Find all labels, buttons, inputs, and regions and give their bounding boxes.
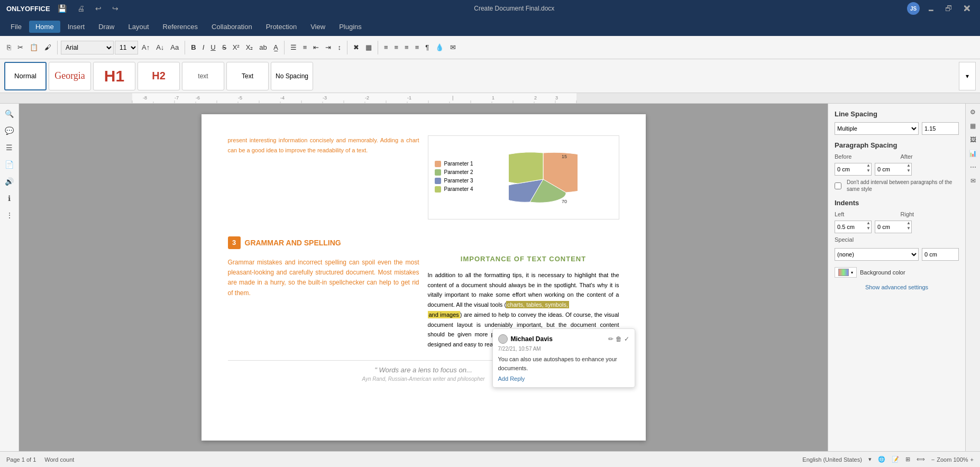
align-center-button[interactable]: ≡ bbox=[391, 42, 401, 53]
menu-references[interactable]: References bbox=[157, 21, 204, 33]
right-settings-btn[interactable]: ⚙ bbox=[967, 106, 979, 118]
highlight-color-button[interactable]: ab bbox=[257, 42, 269, 53]
special-select[interactable]: (none) bbox=[835, 248, 919, 261]
right-image-btn[interactable]: 🖼 bbox=[967, 133, 979, 146]
copy-button[interactable]: ⎘ bbox=[4, 42, 14, 53]
align-left-button[interactable]: ≡ bbox=[381, 42, 391, 53]
right-table-btn[interactable]: ▦ bbox=[967, 120, 979, 132]
style-preset-h1[interactable]: H1 bbox=[93, 62, 135, 90]
style-preset-h2[interactable]: H2 bbox=[138, 62, 180, 90]
panel-info-btn[interactable]: ℹ bbox=[2, 190, 17, 206]
style-preset-normal[interactable]: Normal bbox=[4, 62, 47, 90]
bullets-button[interactable]: ☰ bbox=[288, 42, 299, 53]
panel-comment-btn[interactable]: 💬 bbox=[2, 123, 17, 139]
panel-more-btn[interactable]: ⋮ bbox=[2, 207, 17, 223]
left-down-arrow[interactable]: ▼ bbox=[865, 226, 872, 231]
italic-button[interactable]: I bbox=[200, 42, 207, 53]
font-size-decrease[interactable]: A↓ bbox=[153, 42, 167, 53]
menu-home[interactable]: Home bbox=[29, 21, 60, 33]
special-offset-input[interactable] bbox=[922, 248, 959, 261]
case-button[interactable]: Aa bbox=[168, 42, 181, 53]
menu-draw[interactable]: Draw bbox=[92, 21, 121, 33]
redo-button[interactable]: ↪ bbox=[109, 3, 122, 14]
before-up-arrow[interactable]: ▲ bbox=[865, 163, 872, 168]
panel-headings-btn[interactable]: ☰ bbox=[2, 140, 17, 155]
language-dropdown[interactable]: ▾ bbox=[868, 456, 872, 463]
right-mail-btn[interactable]: ✉ bbox=[967, 175, 979, 187]
restore-button[interactable]: 🗗 bbox=[942, 3, 956, 14]
shading-button[interactable]: ▦ bbox=[363, 42, 374, 53]
save-button[interactable]: 💾 bbox=[54, 3, 70, 14]
comment-edit-button[interactable]: ✏ bbox=[608, 335, 613, 343]
document[interactable]: present interesting information concisel… bbox=[202, 114, 646, 441]
print-button[interactable]: 🖨 bbox=[74, 3, 88, 14]
underline-button[interactable]: U bbox=[208, 42, 218, 53]
paste-button[interactable]: 📋 bbox=[27, 42, 41, 53]
menu-insert[interactable]: Insert bbox=[61, 21, 91, 33]
mail-merge-button[interactable]: ✉ bbox=[447, 42, 459, 53]
font-size-increase[interactable]: A↑ bbox=[139, 42, 152, 53]
styles-dropdown[interactable]: ▾ bbox=[959, 62, 976, 90]
close-button[interactable]: 🗙 bbox=[960, 3, 974, 14]
menu-file[interactable]: File bbox=[4, 21, 28, 33]
panel-pages-btn[interactable]: 📄 bbox=[2, 157, 17, 172]
minimize-button[interactable]: 🗕 bbox=[924, 3, 938, 14]
align-right-button[interactable]: ≡ bbox=[402, 42, 411, 53]
zoom-in-btn[interactable]: + bbox=[970, 456, 974, 463]
style-preset-text-normal[interactable]: Text bbox=[226, 62, 269, 90]
cut-button[interactable]: ✂ bbox=[15, 42, 26, 53]
font-size-select[interactable]: 11 bbox=[115, 41, 138, 54]
comment-delete-button[interactable]: 🗑 bbox=[616, 335, 622, 343]
panel-sound-btn[interactable]: 🔊 bbox=[2, 173, 17, 189]
language-selector[interactable]: English (United States) bbox=[802, 456, 862, 463]
numbering-button[interactable]: ≡ bbox=[300, 42, 310, 53]
format-paint-button[interactable]: 🖌 bbox=[42, 42, 54, 53]
menu-protection[interactable]: Protection bbox=[260, 21, 304, 33]
line-spacing-value-input[interactable] bbox=[922, 122, 959, 135]
comment-resolve-button[interactable]: ✓ bbox=[624, 335, 629, 343]
after-up-arrow[interactable]: ▲ bbox=[905, 163, 912, 168]
left-up-arrow[interactable]: ▲ bbox=[865, 221, 872, 226]
superscript-button[interactable]: X² bbox=[230, 42, 242, 53]
style-preset-text-sm[interactable]: text bbox=[182, 62, 224, 90]
before-down-arrow[interactable]: ▼ bbox=[865, 168, 872, 173]
panel-search-btn[interactable]: 🔍 bbox=[2, 106, 17, 122]
strikethrough-button[interactable]: S̶ bbox=[219, 42, 229, 53]
subscript-button[interactable]: X₂ bbox=[243, 42, 256, 53]
menu-view[interactable]: View bbox=[304, 21, 332, 33]
undo-button[interactable]: ↩ bbox=[92, 3, 105, 14]
menu-collaboration[interactable]: Collaboration bbox=[205, 21, 259, 33]
dont-add-interval-checkbox[interactable] bbox=[835, 182, 841, 189]
bg-color-button[interactable]: ▾ bbox=[835, 267, 857, 278]
font-family-select[interactable]: Arial bbox=[61, 41, 114, 54]
fit-width-btn[interactable]: ⟺ bbox=[917, 456, 925, 463]
fill-color-button[interactable]: 💧 bbox=[433, 42, 446, 53]
spellcheck-icon[interactable]: 📝 bbox=[892, 456, 899, 463]
show-advanced-settings[interactable]: Show advanced settings bbox=[835, 284, 959, 290]
line-spacing-button[interactable]: ↕ bbox=[335, 42, 344, 53]
fit-page-btn[interactable]: ⊞ bbox=[905, 456, 910, 463]
align-justify-button[interactable]: ≡ bbox=[413, 42, 422, 53]
menu-plugins[interactable]: Plugins bbox=[333, 21, 368, 33]
increase-indent-button[interactable]: ⇥ bbox=[323, 42, 334, 53]
right-more-btn[interactable]: ⋯ bbox=[967, 161, 979, 173]
menu-layout[interactable]: Layout bbox=[122, 21, 155, 33]
show-formatting-button[interactable]: ¶ bbox=[423, 42, 432, 53]
bold-button[interactable]: B bbox=[188, 42, 198, 53]
style-preset-georgia[interactable]: Georgia bbox=[49, 62, 91, 90]
right-up-arrow[interactable]: ▲ bbox=[905, 221, 912, 226]
right-down-arrow[interactable]: ▼ bbox=[905, 226, 912, 231]
font-color-button[interactable]: A̲ bbox=[271, 42, 281, 53]
clear-format-button[interactable]: ✖ bbox=[351, 42, 362, 53]
decrease-indent-button[interactable]: ⇤ bbox=[310, 42, 322, 53]
line-spacing-row: Multiple bbox=[835, 122, 959, 135]
style-preset-no-spacing[interactable]: No Spacing bbox=[271, 62, 313, 90]
after-down-arrow[interactable]: ▼ bbox=[905, 168, 912, 173]
word-count-label[interactable]: Word count bbox=[44, 456, 74, 463]
zoom-out-btn[interactable]: − bbox=[931, 456, 935, 463]
document-area[interactable]: present interesting information concisel… bbox=[19, 104, 828, 451]
page-info: Page 1 of 1 bbox=[6, 456, 36, 463]
comment-reply-button[interactable]: Add Reply bbox=[498, 376, 629, 382]
right-chart-btn[interactable]: 📊 bbox=[967, 147, 979, 160]
line-spacing-type-select[interactable]: Multiple bbox=[835, 122, 919, 135]
